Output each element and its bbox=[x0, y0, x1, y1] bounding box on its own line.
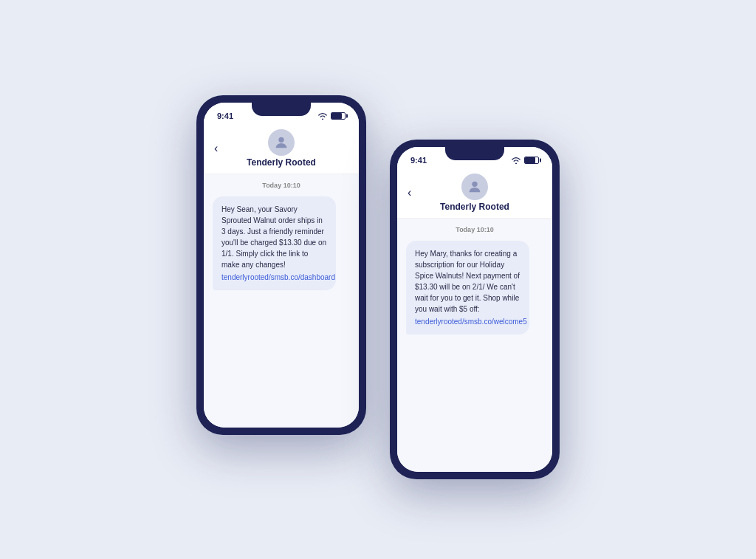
wifi-icon-2 bbox=[511, 157, 521, 164]
status-icons-2 bbox=[511, 157, 539, 164]
avatar-icon-2 bbox=[467, 179, 483, 195]
svg-point-1 bbox=[472, 181, 477, 186]
chat-header-2: ‹ Tenderly Rooted bbox=[397, 168, 552, 219]
back-button-2[interactable]: ‹ bbox=[408, 186, 411, 199]
status-icons-1 bbox=[317, 112, 346, 120]
battery-icon-2 bbox=[524, 157, 539, 164]
chat-body-2: Today 10:10 Hey Mary, thanks for creatin… bbox=[397, 219, 552, 472]
screen-1: 9:41 ‹ bbox=[204, 103, 359, 428]
status-time-2: 9:41 bbox=[410, 156, 427, 165]
message-link-2[interactable]: tenderlyrooted/smsb.co/welcome5 bbox=[415, 316, 520, 327]
chat-header-1: ‹ Tenderly Rooted bbox=[204, 123, 359, 174]
message-bubble-1: Hey Sean, your Savory Sprouted Walnut or… bbox=[213, 196, 336, 290]
message-bubble-2: Hey Mary, thanks for creating a subscrip… bbox=[406, 241, 529, 335]
message-link-1[interactable]: tenderlyrooted/smsb.co/dashboard bbox=[221, 272, 327, 283]
date-label-1: Today 10:10 bbox=[213, 182, 350, 189]
contact-name-2: Tenderly Rooted bbox=[440, 202, 509, 212]
status-time-1: 9:41 bbox=[217, 112, 233, 120]
notch-1 bbox=[252, 103, 311, 116]
phone-1: 9:41 ‹ bbox=[196, 95, 366, 435]
screen-2: 9:41 ‹ bbox=[397, 147, 552, 472]
phone-2: 9:41 ‹ bbox=[390, 140, 560, 479]
contact-name-1: Tenderly Rooted bbox=[247, 157, 316, 168]
back-button-1[interactable]: ‹ bbox=[214, 142, 218, 155]
chat-body-1: Today 10:10 Hey Sean, your Savory Sprout… bbox=[204, 174, 359, 428]
notch-2 bbox=[445, 147, 504, 160]
battery-icon-1 bbox=[331, 112, 346, 120]
date-label-2: Today 10:10 bbox=[406, 226, 543, 233]
svg-point-0 bbox=[278, 137, 284, 142]
avatar-icon-1 bbox=[273, 134, 289, 151]
message-text-2: Hey Mary, thanks for creating a subscrip… bbox=[415, 250, 520, 313]
avatar-1 bbox=[268, 129, 295, 156]
avatar-2 bbox=[461, 174, 488, 200]
message-text-1: Hey Sean, your Savory Sprouted Walnut or… bbox=[221, 205, 326, 269]
phones-container: 9:41 ‹ bbox=[196, 95, 560, 479]
wifi-icon-1 bbox=[317, 112, 328, 120]
